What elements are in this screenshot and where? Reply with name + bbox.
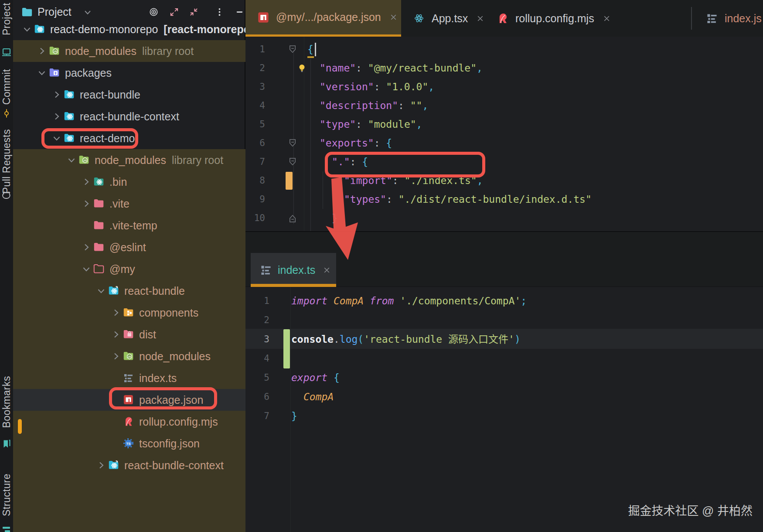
code-line[interactable]: console.log('react-bundle 源码入口文件') (291, 330, 521, 349)
tree-item-label: react-bundle-context (124, 454, 224, 476)
code-line[interactable]: import CompA from './components/CompA'; (291, 291, 527, 310)
tree-row-index-ts[interactable]: index.ts (13, 367, 245, 389)
tree-row--eslint[interactable]: @eslint (13, 236, 245, 258)
tree-row-rollup-config-mjs[interactable]: rollup.config.mjs (13, 411, 245, 433)
code-line[interactable]: "version": "1.0.0", (320, 78, 434, 96)
tab--my-package-json[interactable]: @my/.../package.json (245, 0, 401, 37)
react-folder (63, 132, 75, 144)
bookmark-icon[interactable] (1, 439, 12, 449)
tab-label: index.js (725, 12, 762, 25)
tree-row-node-modules[interactable]: JSnode_modules (13, 345, 245, 367)
chevron-right-icon[interactable] (51, 89, 62, 100)
code-token: { (307, 44, 313, 55)
tree-row-node-modules[interactable]: JSnode_moduleslibrary root (13, 149, 245, 171)
tree-row-packages[interactable]: packages (13, 62, 245, 84)
tree-row--bin[interactable]: .bin (13, 171, 245, 193)
indent-guide (323, 171, 323, 209)
chevron-right-icon[interactable] (111, 329, 121, 340)
structure-icon[interactable] (1, 526, 12, 532)
tree-item-label: package.json (139, 389, 203, 411)
code-line[interactable]: export { (291, 368, 340, 387)
tree-row-package-json[interactable]: package.json (13, 389, 245, 411)
code-line[interactable]: ".": { (332, 153, 368, 171)
code-line[interactable]: "name": "@my/react-bundle", (320, 59, 483, 78)
code-line[interactable]: } (332, 209, 338, 228)
tool-window-button-pull-requests[interactable]: Pull Requests (0, 129, 13, 194)
tree-row-react-demo-monorepo[interactable]: react-demo-monorepo[react-monorepo] (13, 18, 245, 40)
chevron-down-icon[interactable] (51, 133, 62, 143)
code-line[interactable]: "exports": { (320, 134, 392, 153)
code-line[interactable]: "type": "module", (320, 115, 422, 134)
code-token: { (334, 372, 340, 383)
code-token: "exports" (320, 137, 374, 149)
close-icon[interactable] (389, 13, 398, 22)
svg-text:JS: JS (128, 355, 131, 358)
fold-close-icon[interactable] (289, 213, 297, 223)
tool-window-button-structure[interactable]: Structure (0, 474, 13, 516)
tree-row-react-bundle[interactable]: react-bundle (13, 280, 245, 302)
lightbulb-icon[interactable] (296, 62, 308, 74)
tree-row-dist[interactable]: dist (13, 324, 245, 345)
editor-package-json[interactable]: 1{2"name": "@my/react-bundle",3"version"… (245, 37, 763, 231)
tool-window-button-commit[interactable]: Commit (0, 69, 13, 105)
tab-rollup-config-mjs[interactable]: rollup.config.mjs (485, 0, 691, 37)
tree-row--vite-temp[interactable]: .vite-temp (13, 215, 245, 236)
tree-row-react-bundle-context[interactable]: react-bundle-context (13, 454, 245, 476)
chevron-down-icon[interactable] (66, 155, 77, 165)
github-icon[interactable] (1, 190, 12, 201)
indent-guide (293, 50, 294, 224)
chevron-down-icon[interactable] (81, 264, 92, 274)
chevron-down-icon[interactable] (22, 24, 32, 34)
fold-open-icon[interactable] (289, 138, 297, 148)
fold-open-icon[interactable] (289, 44, 297, 55)
chevron-right-icon[interactable] (81, 198, 92, 209)
chevron-down-icon[interactable] (96, 286, 106, 296)
chevron-right-icon[interactable] (51, 111, 62, 122)
tab-app-tsx[interactable]: App.tsx (401, 0, 485, 37)
code-token: import (291, 295, 334, 307)
tool-window-button-bookmarks[interactable]: Bookmarks (0, 376, 13, 428)
close-icon[interactable] (476, 14, 485, 23)
laptop-icon[interactable] (1, 47, 12, 58)
tree-row--my[interactable]: @my (13, 258, 245, 280)
react-folder (34, 23, 45, 35)
line-number: 9 (245, 190, 265, 209)
tree-row-node-modules[interactable]: JSnode_moduleslibrary root (13, 40, 245, 62)
tree-row-components[interactable]: components (13, 302, 245, 324)
tree-row-tsconfig-json[interactable]: TStsconfig.json (13, 433, 245, 454)
bin-folder (93, 176, 105, 188)
watermark: 掘金技术社区 @ 井柏然 (628, 501, 753, 518)
editor-index-ts[interactable]: 1import CompA from './components/CompA';… (245, 287, 763, 532)
code-line[interactable]: } (291, 406, 297, 426)
rollup-icon (123, 416, 134, 427)
git-commit-icon[interactable] (1, 108, 12, 119)
chevron-right-icon[interactable] (111, 307, 121, 318)
close-icon[interactable] (322, 266, 331, 275)
code-line[interactable]: "description": "", (320, 96, 428, 115)
tool-window-button-project[interactable]: Project (0, 3, 13, 35)
chevron-right-icon[interactable] (81, 242, 92, 252)
react-folder-link (108, 459, 119, 471)
code-line[interactable]: "types": "./dist/react-bundle/index.d.ts… (344, 190, 592, 209)
tree-row-react-bundle[interactable]: react-bundle (13, 84, 245, 106)
tree-row-react-demo[interactable]: react-demo (13, 127, 245, 149)
tab-index-js[interactable]: index.js (694, 0, 763, 37)
chevron-down-icon[interactable] (37, 68, 47, 78)
chevron-right-icon[interactable] (96, 460, 106, 471)
close-icon[interactable] (602, 14, 611, 23)
tree-row--vite[interactable]: .vite (13, 193, 245, 215)
tree-item-label: .vite-temp (109, 215, 157, 236)
components-folder (123, 307, 134, 318)
chevron-right-icon[interactable] (81, 177, 92, 187)
code-token: , (416, 119, 422, 130)
line-number: 4 (245, 96, 265, 115)
tab-label: index.ts (278, 264, 315, 276)
chevron-right-icon[interactable] (37, 46, 47, 56)
tree-row-react-bundle-context[interactable]: react-bundle-context (13, 106, 245, 127)
chevron-right-icon[interactable] (111, 351, 121, 361)
npm-icon (123, 394, 134, 406)
code-line[interactable]: "import": "./index.ts", (344, 171, 483, 190)
fold-open-icon[interactable] (289, 157, 297, 167)
code-line[interactable]: CompA (303, 387, 334, 406)
tab-index-ts[interactable]: index.ts (251, 253, 336, 287)
